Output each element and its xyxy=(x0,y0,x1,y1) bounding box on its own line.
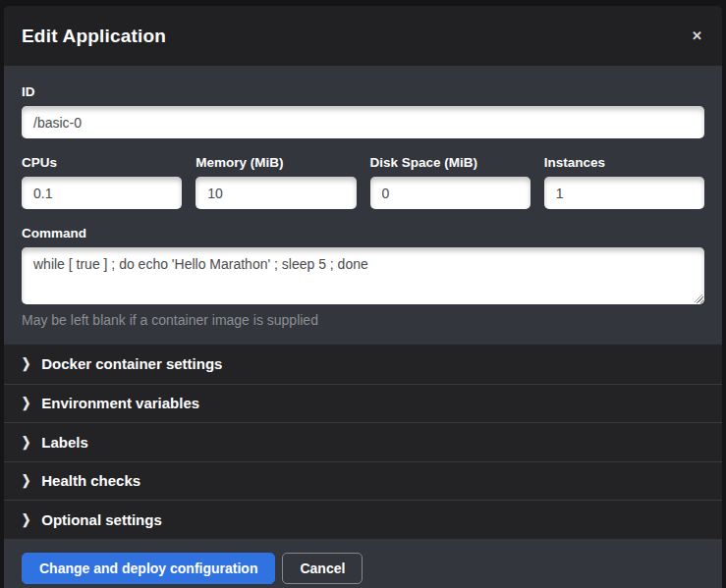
modal-body: ID CPUs Memory (MiB) Disk Space (MiB) In… xyxy=(4,66,722,345)
section-labels[interactable]: ❯ Labels xyxy=(4,422,722,461)
section-label: Labels xyxy=(41,434,88,451)
modal-header: Edit Application ✕ xyxy=(4,6,722,66)
command-textarea-wrap: while [ true ] ; do echo 'Hello Marathon… xyxy=(22,247,704,304)
section-label: Docker container settings xyxy=(41,355,222,372)
chevron-right-icon: ❯ xyxy=(22,511,30,527)
section-environment-variables[interactable]: ❯ Environment variables xyxy=(4,384,722,423)
disk-space-label: Disk Space (MiB) xyxy=(370,155,531,170)
section-label: Environment variables xyxy=(41,395,199,411)
disk-space-input[interactable] xyxy=(370,177,531,209)
chevron-right-icon: ❯ xyxy=(22,396,30,411)
modal-footer: Change and deploy configuration Cancel xyxy=(4,539,722,588)
cpus-field-group: CPUs xyxy=(22,155,182,209)
chevron-right-icon: ❯ xyxy=(22,434,30,450)
page-title: Edit Application xyxy=(22,26,166,47)
accordion-sections: ❯ Docker container settings ❯ Environmen… xyxy=(4,345,722,539)
command-field-group: Command while [ true ] ; do echo 'Hello … xyxy=(22,226,704,328)
id-label: ID xyxy=(22,84,704,99)
section-label: Optional settings xyxy=(41,511,162,528)
close-icon[interactable]: ✕ xyxy=(690,26,704,46)
cpus-input[interactable] xyxy=(22,177,182,209)
id-field-group: ID xyxy=(22,84,704,138)
command-label: Command xyxy=(22,226,704,241)
section-docker-container-settings[interactable]: ❯ Docker container settings xyxy=(4,345,722,384)
section-health-checks[interactable]: ❯ Health checks xyxy=(4,461,722,501)
memory-field-group: Memory (MiB) xyxy=(195,155,356,209)
section-label: Health checks xyxy=(41,472,140,489)
disk-space-field-group: Disk Space (MiB) xyxy=(370,155,531,209)
cpus-label: CPUs xyxy=(22,155,182,170)
resource-fields-row: CPUs Memory (MiB) Disk Space (MiB) Insta… xyxy=(22,155,704,209)
memory-input[interactable] xyxy=(195,177,356,209)
change-and-deploy-button[interactable]: Change and deploy configuration xyxy=(22,553,275,584)
instances-input[interactable] xyxy=(544,177,704,209)
instances-label: Instances xyxy=(544,155,704,170)
section-optional-settings[interactable]: ❯ Optional settings xyxy=(4,500,722,539)
id-input[interactable] xyxy=(22,106,704,138)
command-help-text: May be left blank if a container image i… xyxy=(22,312,704,328)
command-textarea[interactable]: while [ true ] ; do echo 'Hello Marathon… xyxy=(22,247,704,304)
edit-application-modal: Edit Application ✕ ID CPUs Memory (MiB) … xyxy=(4,6,722,588)
instances-field-group: Instances xyxy=(544,155,704,209)
memory-label: Memory (MiB) xyxy=(195,155,356,170)
cancel-button[interactable]: Cancel xyxy=(282,553,363,584)
chevron-right-icon: ❯ xyxy=(22,356,30,372)
chevron-right-icon: ❯ xyxy=(22,473,30,489)
